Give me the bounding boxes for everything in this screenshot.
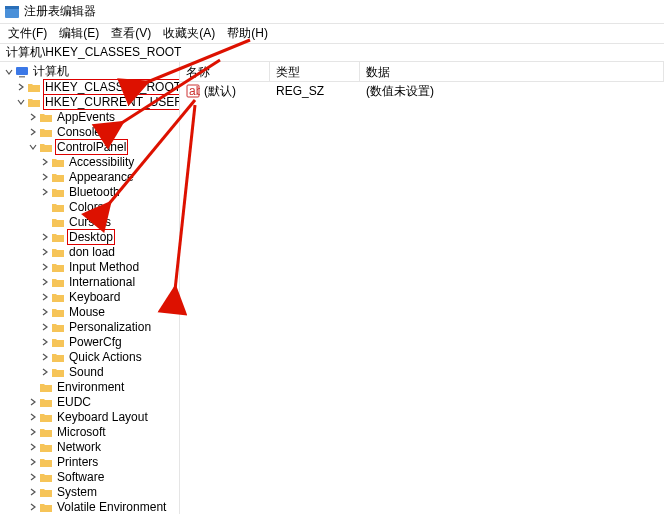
tree-node-controlpanel[interactable]: ControlPanel <box>0 139 179 154</box>
chevron-right-icon[interactable] <box>28 442 38 452</box>
tree-node-appearance[interactable]: Appearance <box>0 169 179 184</box>
tree-node-keyboard[interactable]: Keyboard <box>0 289 179 304</box>
values-list[interactable]: 名称 类型 数据 ab (默认) REG_SZ (数值未设置) <box>180 62 664 514</box>
chevron-right-icon[interactable] <box>40 292 50 302</box>
chevron-down-icon[interactable] <box>16 97 26 107</box>
address-bar[interactable]: 计算机\HKEY_CLASSES_ROOT <box>0 44 664 62</box>
chevron-right-icon[interactable] <box>40 232 50 242</box>
chevron-right-icon[interactable] <box>40 337 50 347</box>
col-header-name[interactable]: 名称 <box>180 62 270 81</box>
tree-node-hkcr[interactable]: HKEY_CLASSES_ROOT <box>0 79 179 94</box>
chevron-right-icon[interactable] <box>28 502 38 512</box>
chevron-right-icon[interactable] <box>40 262 50 272</box>
tree-node-inputmethod[interactable]: Input Method <box>0 259 179 274</box>
tree-label: don load <box>68 245 116 259</box>
folder-icon <box>51 186 65 198</box>
registry-tree[interactable]: 计算机 HKEY_CLASSES_ROOT HKEY_CURRENT_USER … <box>0 62 180 514</box>
tree-node-sound[interactable]: Sound <box>0 364 179 379</box>
chevron-right-icon[interactable] <box>28 112 38 122</box>
chevron-placeholder[interactable] <box>40 202 50 212</box>
tree-node-desktop[interactable]: Desktop <box>0 229 179 244</box>
chevron-right-icon[interactable] <box>40 187 50 197</box>
tree-node-donload[interactable]: don load <box>0 244 179 259</box>
tree-node-bluetooth[interactable]: Bluetooth <box>0 184 179 199</box>
tree-label: Sound <box>68 365 105 379</box>
chevron-right-icon[interactable] <box>40 247 50 257</box>
tree-node-console[interactable]: Console <box>0 124 179 139</box>
folder-icon <box>51 231 65 243</box>
tree-node-computer[interactable]: 计算机 <box>0 64 179 79</box>
chevron-right-icon[interactable] <box>28 127 38 137</box>
folder-icon <box>39 381 53 393</box>
folder-icon <box>51 321 65 333</box>
chevron-right-icon[interactable] <box>40 277 50 287</box>
chevron-right-icon[interactable] <box>40 172 50 182</box>
chevron-right-icon[interactable] <box>16 82 26 92</box>
chevron-right-icon[interactable] <box>28 472 38 482</box>
folder-icon <box>51 366 65 378</box>
tree-node-keyboardlayout[interactable]: Keyboard Layout <box>0 409 179 424</box>
menu-view[interactable]: 查看(V) <box>109 25 153 42</box>
svg-text:ab: ab <box>189 84 200 98</box>
list-row[interactable]: ab (默认) REG_SZ (数值未设置) <box>180 82 664 100</box>
tree-node-powercfg[interactable]: PowerCfg <box>0 334 179 349</box>
tree-label: Keyboard <box>68 290 121 304</box>
folder-icon <box>39 441 53 453</box>
chevron-right-icon[interactable] <box>40 352 50 362</box>
chevron-down-icon[interactable] <box>28 142 38 152</box>
tree-label: HKEY_CURRENT_USER <box>44 95 180 109</box>
tree-node-cursors[interactable]: Cursors <box>0 214 179 229</box>
chevron-right-icon[interactable] <box>28 412 38 422</box>
chevron-down-icon[interactable] <box>4 67 14 77</box>
tree-node-volatileenv[interactable]: Volatile Environment <box>0 499 179 514</box>
menu-file[interactable]: 文件(F) <box>6 25 49 42</box>
chevron-right-icon[interactable] <box>40 367 50 377</box>
folder-icon <box>39 126 53 138</box>
chevron-right-icon[interactable] <box>28 457 38 467</box>
tree-node-network[interactable]: Network <box>0 439 179 454</box>
tree-node-quickactions[interactable]: Quick Actions <box>0 349 179 364</box>
folder-icon <box>51 291 65 303</box>
tree-node-hkcu[interactable]: HKEY_CURRENT_USER <box>0 94 179 109</box>
chevron-right-icon[interactable] <box>28 427 38 437</box>
tree-label: Bluetooth <box>68 185 121 199</box>
col-header-type[interactable]: 类型 <box>270 62 360 81</box>
menu-favorites[interactable]: 收藏夹(A) <box>161 25 217 42</box>
tree-node-microsoft[interactable]: Microsoft <box>0 424 179 439</box>
chevron-right-icon[interactable] <box>40 157 50 167</box>
folder-icon <box>51 246 65 258</box>
tree-node-eudc[interactable]: EUDC <box>0 394 179 409</box>
cell-name: ab (默认) <box>180 83 270 100</box>
tree-label: System <box>56 485 98 499</box>
tree-node-environment[interactable]: Environment <box>0 379 179 394</box>
tree-node-appevents[interactable]: AppEvents <box>0 109 179 124</box>
chevron-placeholder[interactable] <box>28 382 38 392</box>
tree-node-printers[interactable]: Printers <box>0 454 179 469</box>
folder-icon <box>39 111 53 123</box>
menu-edit[interactable]: 编辑(E) <box>57 25 101 42</box>
chevron-right-icon[interactable] <box>28 487 38 497</box>
app-icon <box>4 4 20 20</box>
folder-icon <box>51 156 65 168</box>
col-header-data[interactable]: 数据 <box>360 62 664 81</box>
tree-label: Software <box>56 470 105 484</box>
tree-node-international[interactable]: International <box>0 274 179 289</box>
menu-help[interactable]: 帮助(H) <box>225 25 270 42</box>
chevron-right-icon[interactable] <box>40 322 50 332</box>
tree-label: Cursors <box>68 215 112 229</box>
tree-node-accessibility[interactable]: Accessibility <box>0 154 179 169</box>
tree-node-mouse[interactable]: Mouse <box>0 304 179 319</box>
chevron-right-icon[interactable] <box>28 397 38 407</box>
tree-node-personalization[interactable]: Personalization <box>0 319 179 334</box>
chevron-placeholder[interactable] <box>40 217 50 227</box>
folder-icon <box>51 201 65 213</box>
computer-icon <box>15 66 29 78</box>
tree-label: AppEvents <box>56 110 116 124</box>
tree-node-system[interactable]: System <box>0 484 179 499</box>
tree-label: Environment <box>56 380 125 394</box>
list-header: 名称 类型 数据 <box>180 62 664 82</box>
address-path: 计算机\HKEY_CLASSES_ROOT <box>6 44 181 61</box>
tree-node-colors[interactable]: Colors <box>0 199 179 214</box>
tree-node-software[interactable]: Software <box>0 469 179 484</box>
chevron-right-icon[interactable] <box>40 307 50 317</box>
